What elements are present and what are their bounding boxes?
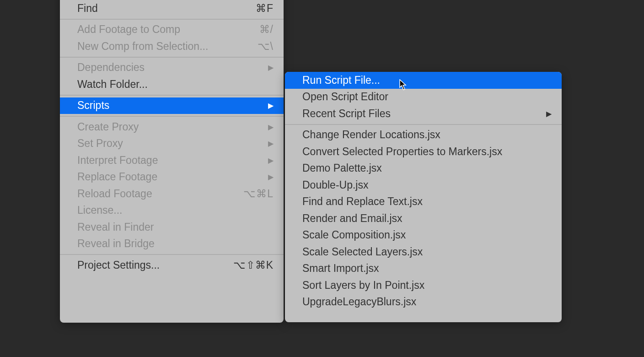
secondaryMenu-item-run-script-file[interactable]: Run Script File... bbox=[285, 72, 562, 89]
secondaryMenu-item-change-render-locations-jsx[interactable]: Change Render Locations.jsx bbox=[285, 127, 562, 144]
menu-item-label: Add Footage to Comp bbox=[77, 23, 180, 36]
submenu-arrow-icon: ▶ bbox=[268, 173, 274, 181]
secondaryMenu-item-smart-import-jsx[interactable]: Smart Import.jsx bbox=[285, 260, 562, 277]
secondaryMenu-separator bbox=[285, 124, 562, 125]
menu-item-label: Reload Footage bbox=[77, 188, 152, 200]
menu-item-shortcut: ⌥\ bbox=[258, 40, 274, 53]
menu-item-label: Double-Up.jsx bbox=[302, 179, 368, 191]
secondaryMenu-item-upgradelegacyblurs-jsx[interactable]: UpgradeLegacyBlurs.jsx bbox=[285, 294, 562, 311]
primaryMenu-item-set-proxy: Set Proxy▶ bbox=[60, 135, 284, 152]
primaryMenu-item-replace-footage: Replace Footage▶ bbox=[60, 169, 284, 186]
primaryMenu-item-scripts[interactable]: Scripts▶ bbox=[60, 97, 284, 114]
primaryMenu-separator bbox=[60, 57, 284, 58]
menu-item-label: Demo Palette.jsx bbox=[302, 162, 382, 174]
menu-item-label: Set Proxy bbox=[77, 137, 123, 150]
secondaryMenu-item-scale-selected-layers-jsx[interactable]: Scale Selected Layers.jsx bbox=[285, 243, 562, 260]
primaryMenu-item-add-footage-to-comp: Add Footage to Comp⌘/ bbox=[60, 22, 284, 38]
secondaryMenu-item-sort-layers-by-in-point-jsx[interactable]: Sort Layers by In Point.jsx bbox=[285, 277, 562, 294]
primaryMenu-item-license: License... bbox=[60, 202, 284, 219]
menu-item-label: Scripts bbox=[77, 99, 109, 112]
menu-item-label: Sort Layers by In Point.jsx bbox=[302, 279, 424, 292]
scripts-submenu: Run Script File...Open Script EditorRece… bbox=[285, 72, 562, 322]
menu-item-label: Scale Selected Layers.jsx bbox=[302, 246, 423, 258]
menu-item-label: Smart Import.jsx bbox=[302, 262, 379, 275]
submenu-arrow-icon: ▶ bbox=[268, 63, 274, 72]
primaryMenu-item-project-settings[interactable]: Project Settings...⌥⇧⌘K bbox=[60, 257, 284, 274]
primaryMenu-separator bbox=[60, 19, 284, 20]
secondaryMenu-item-scale-composition-jsx[interactable]: Scale Composition.jsx bbox=[285, 227, 562, 244]
secondaryMenu-item-double-up-jsx[interactable]: Double-Up.jsx bbox=[285, 177, 562, 194]
menu-item-label: License... bbox=[77, 204, 122, 216]
primaryMenu-item-watch-folder[interactable]: Watch Folder... bbox=[60, 76, 284, 93]
menu-item-label: Recent Script Files bbox=[302, 108, 391, 120]
menu-item-shortcut: ⌘/ bbox=[259, 23, 274, 36]
menu-item-label: New Comp from Selection... bbox=[77, 40, 208, 53]
menu-item-shortcut: ⌘F bbox=[256, 2, 274, 15]
primaryMenu-item-reveal-in-finder: Reveal in Finder bbox=[60, 219, 284, 236]
primaryMenu-item-dependencies: Dependencies▶ bbox=[60, 60, 284, 76]
submenu-arrow-icon: ▶ bbox=[268, 123, 274, 131]
menu-item-label: Project Settings... bbox=[77, 259, 160, 271]
menu-item-label: Interpret Footage bbox=[77, 154, 158, 167]
menu-item-shortcut: ⌥⇧⌘K bbox=[233, 259, 274, 271]
secondaryMenu-item-demo-palette-jsx[interactable]: Demo Palette.jsx bbox=[285, 160, 562, 177]
menu-item-label: Find bbox=[77, 2, 98, 15]
submenu-arrow-icon: ▶ bbox=[268, 156, 274, 165]
primaryMenu-item-create-proxy: Create Proxy▶ bbox=[60, 119, 284, 135]
menu-item-label: Find and Replace Text.jsx bbox=[302, 195, 423, 208]
menu-item-label: Scale Composition.jsx bbox=[302, 229, 406, 241]
menu-item-label: Reveal in Finder bbox=[77, 221, 154, 233]
menu-item-label: Convert Selected Properties to Markers.j… bbox=[302, 146, 502, 158]
submenu-arrow-icon: ▶ bbox=[268, 139, 274, 148]
menu-item-label: Create Proxy bbox=[77, 121, 139, 133]
menu-item-label: Render and Email.jsx bbox=[302, 212, 402, 225]
submenu-arrow-icon: ▶ bbox=[546, 109, 552, 118]
primaryMenu-separator bbox=[60, 254, 284, 255]
primary-menu: Adobe Dynamic Link▶Find⌘FAdd Footage to … bbox=[60, 0, 284, 323]
menu-item-label: Open Script Editor bbox=[302, 91, 388, 103]
menu-item-label: Replace Footage bbox=[77, 171, 157, 183]
secondaryMenu-item-recent-script-files[interactable]: Recent Script Files▶ bbox=[285, 105, 562, 122]
menu-item-label: Reveal in Bridge bbox=[77, 238, 155, 250]
primaryMenu-item-new-comp-from-selection: New Comp from Selection...⌥\ bbox=[60, 38, 284, 55]
secondaryMenu-item-convert-selected-properties-to-markers-jsx[interactable]: Convert Selected Properties to Markers.j… bbox=[285, 143, 562, 160]
primaryMenu-item-interpret-footage: Interpret Footage▶ bbox=[60, 152, 284, 169]
secondaryMenu-item-open-script-editor[interactable]: Open Script Editor bbox=[285, 89, 562, 106]
menu-item-label: Dependencies bbox=[77, 61, 145, 74]
primaryMenu-separator bbox=[60, 116, 284, 117]
menu-item-label: UpgradeLegacyBlurs.jsx bbox=[302, 296, 416, 308]
primaryMenu-separator bbox=[60, 95, 284, 96]
menu-item-label: Change Render Locations.jsx bbox=[302, 129, 440, 141]
submenu-arrow-icon: ▶ bbox=[268, 101, 274, 110]
menu-item-label: Watch Folder... bbox=[77, 78, 148, 91]
menu-item-label: Run Script File... bbox=[302, 74, 380, 87]
primaryMenu-item-find[interactable]: Find⌘F bbox=[60, 0, 284, 17]
secondaryMenu-item-render-and-email-jsx[interactable]: Render and Email.jsx bbox=[285, 210, 562, 227]
menu-item-shortcut: ⌥⌘L bbox=[243, 188, 274, 200]
secondaryMenu-item-find-and-replace-text-jsx[interactable]: Find and Replace Text.jsx bbox=[285, 194, 562, 211]
primaryMenu-item-reload-footage: Reload Footage⌥⌘L bbox=[60, 185, 284, 202]
primaryMenu-item-reveal-in-bridge: Reveal in Bridge bbox=[60, 236, 284, 253]
